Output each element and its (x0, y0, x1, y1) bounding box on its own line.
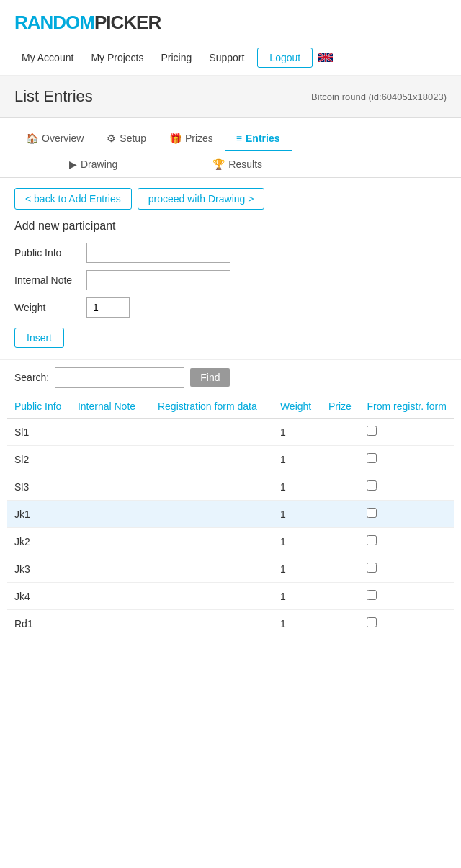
tabs-row2: ▶ Drawing 🏆 Results (14, 153, 447, 177)
cell-prize (321, 528, 360, 555)
cell-from-reg-form (359, 610, 454, 637)
cell-reg-form-data (151, 583, 273, 610)
nav-my-projects[interactable]: My Projects (84, 49, 151, 66)
cell-reg-form-data (151, 446, 273, 473)
cell-prize (321, 446, 360, 473)
cell-internal-note (71, 555, 151, 583)
entries-table: Public Info Internal Note Registration f… (7, 395, 454, 637)
weight-label: Weight (14, 297, 86, 313)
table-row: Rd11 (7, 610, 454, 637)
nav-support[interactable]: Support (202, 49, 251, 66)
col-header-public-info[interactable]: Public Info (7, 395, 71, 419)
cell-weight: 1 (273, 501, 321, 528)
back-to-add-entries-button[interactable]: < back to Add Entries (14, 188, 132, 210)
from-reg-form-checkbox[interactable] (367, 590, 377, 600)
cell-public-info: Sl3 (7, 473, 71, 501)
table-body: Sl11Sl21Sl31Jk11Jk21Jk31Jk41Rd11 (7, 419, 454, 637)
search-label: Search: (14, 372, 49, 383)
internal-note-input[interactable] (86, 270, 230, 290)
page-title: List Entries (14, 87, 93, 106)
logo-picker: PICKER (94, 12, 161, 33)
table-header-row: Public Info Internal Note Registration f… (7, 395, 454, 419)
tab-overview[interactable]: 🏠 Overview (14, 127, 95, 151)
cell-public-info: Sl2 (7, 446, 71, 473)
add-participant-title: Add new participant (14, 220, 447, 233)
col-header-prize[interactable]: Prize (321, 395, 360, 419)
find-button[interactable]: Find (190, 368, 230, 387)
from-reg-form-checkbox[interactable] (367, 617, 377, 627)
cell-public-info: Jk2 (7, 528, 71, 555)
tab-prizes[interactable]: 🎁 Prizes (158, 127, 225, 151)
trophy-icon: 🏆 (212, 158, 225, 170)
from-reg-form-checkbox[interactable] (367, 508, 377, 518)
cell-internal-note (71, 473, 151, 501)
table-row: Jk11 (7, 501, 454, 528)
cell-weight: 1 (273, 555, 321, 583)
weight-row: Weight (14, 297, 447, 318)
navbar: My Account My Projects Pricing Support L… (0, 40, 461, 76)
house-icon: 🏠 (26, 133, 38, 144)
from-reg-form-checkbox[interactable] (367, 426, 377, 436)
from-reg-form-checkbox[interactable] (367, 563, 377, 573)
nav-my-account[interactable]: My Account (14, 49, 81, 66)
cell-prize (321, 555, 360, 583)
gift-icon: 🎁 (169, 133, 182, 144)
col-header-reg-form-data[interactable]: Registration form data (151, 395, 273, 419)
public-info-label: Public Info (14, 243, 86, 259)
tab-setup[interactable]: ⚙ Setup (95, 127, 158, 151)
from-reg-form-checkbox[interactable] (367, 453, 377, 463)
from-reg-form-checkbox[interactable] (367, 480, 377, 491)
entries-table-wrapper: Public Info Internal Note Registration f… (0, 395, 461, 637)
cell-from-reg-form (359, 501, 454, 528)
tab-drawing[interactable]: ▶ Drawing (58, 153, 129, 177)
public-info-input[interactable] (86, 243, 230, 263)
cell-weight: 1 (273, 583, 321, 610)
add-participant-section: Add new participant Public Info Internal… (0, 220, 461, 359)
col-header-from-reg-form[interactable]: From registr. form (359, 395, 454, 419)
cell-public-info: Jk1 (7, 501, 71, 528)
cell-prize (321, 610, 360, 637)
language-flag[interactable] (318, 53, 333, 63)
cell-prize (321, 473, 360, 501)
cell-prize (321, 419, 360, 446)
public-info-row: Public Info (14, 243, 447, 263)
proceed-with-drawing-button[interactable]: proceed with Drawing > (138, 188, 265, 210)
cell-reg-form-data (151, 528, 273, 555)
col-header-weight[interactable]: Weight (273, 395, 321, 419)
cell-from-reg-form (359, 419, 454, 446)
tab-entries[interactable]: ≡ Entries (225, 127, 292, 151)
logout-button[interactable]: Logout (257, 48, 313, 68)
table-row: Sl11 (7, 419, 454, 446)
round-info: Bitcoin round (id:604051x18023) (311, 91, 447, 102)
cell-internal-note (71, 501, 151, 528)
tabs-row1: 🏠 Overview ⚙ Setup 🎁 Prizes ≡ Entries (14, 127, 447, 151)
cell-public-info: Jk4 (7, 583, 71, 610)
cell-from-reg-form (359, 528, 454, 555)
internal-note-row: Internal Note (14, 270, 447, 290)
weight-input[interactable] (86, 297, 130, 318)
search-input[interactable] (55, 367, 184, 388)
cell-reg-form-data (151, 501, 273, 528)
cell-internal-note (71, 419, 151, 446)
cell-internal-note (71, 583, 151, 610)
cell-internal-note (71, 610, 151, 637)
col-header-internal-note[interactable]: Internal Note (71, 395, 151, 419)
cell-weight: 1 (273, 610, 321, 637)
insert-button[interactable]: Insert (14, 328, 64, 348)
cell-from-reg-form (359, 555, 454, 583)
cell-internal-note (71, 528, 151, 555)
cell-reg-form-data (151, 473, 273, 501)
cell-public-info: Rd1 (7, 610, 71, 637)
nav-pricing[interactable]: Pricing (154, 49, 200, 66)
cell-reg-form-data (151, 555, 273, 583)
cell-reg-form-data (151, 419, 273, 446)
cell-from-reg-form (359, 446, 454, 473)
cell-reg-form-data (151, 610, 273, 637)
tab-results[interactable]: 🏆 Results (201, 153, 274, 177)
search-section: Search: Find (0, 359, 461, 395)
page-title-area: List Entries Bitcoin round (id:604051x18… (0, 76, 461, 118)
cell-weight: 1 (273, 528, 321, 555)
from-reg-form-checkbox[interactable] (367, 535, 377, 545)
cell-from-reg-form (359, 583, 454, 610)
gear-icon: ⚙ (107, 133, 116, 144)
